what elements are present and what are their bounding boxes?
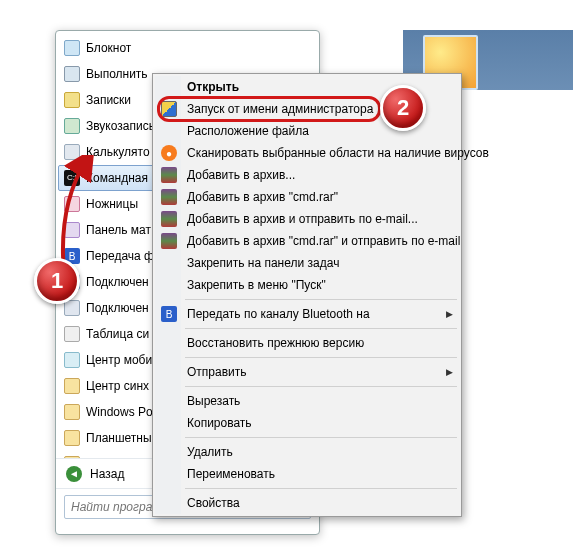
program-label: Таблица си: [86, 327, 149, 341]
back-label: Назад: [90, 467, 124, 481]
ctx-label: Закрепить в меню "Пуск": [187, 278, 326, 292]
ctx-label: Отправить: [187, 365, 247, 379]
ctx-delete[interactable]: Удалить: [155, 441, 459, 463]
ctx-label: Копировать: [187, 416, 252, 430]
ctx-archive-cmd-email-icon: [161, 233, 177, 249]
ctx-label: Свойства: [187, 496, 240, 510]
prog-run-icon: [64, 66, 80, 82]
ctx-run-as-admin-icon: [161, 101, 177, 117]
annotation-marker-2: 2: [380, 85, 426, 131]
program-label: Подключен: [86, 275, 149, 289]
ctx-archive-email-icon: [161, 211, 177, 227]
ctx-label: Открыть: [187, 80, 239, 94]
annotation-marker-1: 1: [34, 258, 80, 304]
prog-projector-icon: [64, 300, 80, 316]
ctx-label: Добавить в архив "cmd.rar": [187, 190, 338, 204]
ctx-separator: [185, 357, 457, 358]
ctx-properties[interactable]: Свойства: [155, 492, 459, 514]
ctx-label: Переименовать: [187, 467, 275, 481]
ctx-label: Закрепить на панели задач: [187, 256, 339, 270]
ctx-separator: [185, 328, 457, 329]
ctx-archive-email[interactable]: Добавить в архив и отправить по e-mail..…: [155, 208, 459, 230]
prog-snipping-tool-icon: [64, 196, 80, 212]
ctx-send-bluetooth[interactable]: BПередать по каналу Bluetooth на▶: [155, 303, 459, 325]
ctx-rename[interactable]: Переименовать: [155, 463, 459, 485]
ctx-pin-taskbar[interactable]: Закрепить на панели задач: [155, 252, 459, 274]
ctx-cut[interactable]: Вырезать: [155, 390, 459, 412]
submenu-arrow-icon: ▶: [446, 309, 453, 319]
ctx-scan-virus[interactable]: ●Сканировать выбранные области на наличи…: [155, 142, 459, 164]
prog-mobility-center-icon: [64, 352, 80, 368]
ctx-add-to-cmd-rar-icon: [161, 189, 177, 205]
ctx-label: Добавить в архив и отправить по e-mail..…: [187, 212, 418, 226]
program-label: Центр синх: [86, 379, 149, 393]
prog-notepad[interactable]: Блокнот: [58, 35, 317, 61]
ctx-copy[interactable]: Копировать: [155, 412, 459, 434]
program-label: Центр моби: [86, 353, 152, 367]
program-label: Калькулято: [86, 145, 150, 159]
prog-math-panel-icon: [64, 222, 80, 238]
ctx-separator: [185, 488, 457, 489]
ctx-separator: [185, 299, 457, 300]
ctx-label: Расположение файла: [187, 124, 309, 138]
prog-sticky-notes-icon: [64, 92, 80, 108]
ctx-label: Добавить в архив "cmd.rar" и отправить п…: [187, 234, 460, 248]
ctx-restore-previous[interactable]: Восстановить прежнюю версию: [155, 332, 459, 354]
ctx-send-to[interactable]: Отправить▶: [155, 361, 459, 383]
back-arrow-icon: ◄: [66, 466, 82, 482]
ctx-pin-start[interactable]: Закрепить в меню "Пуск": [155, 274, 459, 296]
prog-sync-center-icon: [64, 378, 80, 394]
ctx-label: Вырезать: [187, 394, 240, 408]
program-label: Ножницы: [86, 197, 138, 211]
program-label: Звукозапись: [86, 119, 155, 133]
ctx-add-to-archive-icon: [161, 167, 177, 183]
ctx-scan-virus-icon: ●: [161, 145, 177, 161]
ctx-separator: [185, 386, 457, 387]
prog-calculator-icon: [64, 144, 80, 160]
ctx-label: Восстановить прежнюю версию: [187, 336, 364, 350]
ctx-add-to-archive[interactable]: Добавить в архив...: [155, 164, 459, 186]
program-label: Записки: [86, 93, 131, 107]
prog-sound-recorder-icon: [64, 118, 80, 134]
prog-tablet-folder-icon: [64, 430, 80, 446]
program-label: Планшетны: [86, 431, 152, 445]
ctx-label: Добавить в архив...: [187, 168, 295, 182]
ctx-separator: [185, 437, 457, 438]
ctx-add-to-cmd-rar[interactable]: Добавить в архив "cmd.rar": [155, 186, 459, 208]
ctx-label: Сканировать выбранные области на наличие…: [187, 146, 489, 160]
ctx-label: Передать по каналу Bluetooth на: [187, 307, 370, 321]
program-label: Командная: [86, 171, 148, 185]
program-label: Передача ф: [86, 249, 154, 263]
program-label: Windows Po: [86, 405, 153, 419]
prog-powershell-folder-icon: [64, 404, 80, 420]
prog-charmap-icon: [64, 326, 80, 342]
ctx-archive-cmd-email[interactable]: Добавить в архив "cmd.rar" и отправить п…: [155, 230, 459, 252]
context-menu: ОткрытьЗапуск от имени администратораРас…: [152, 73, 462, 517]
ctx-label: Удалить: [187, 445, 233, 459]
ctx-send-bluetooth-icon: B: [161, 306, 177, 322]
prog-command-prompt-icon: C:\: [64, 170, 80, 186]
program-label: Подключен: [86, 301, 149, 315]
submenu-arrow-icon: ▶: [446, 367, 453, 377]
prog-notepad-icon: [64, 40, 80, 56]
program-label: Блокнот: [86, 41, 131, 55]
ctx-label: Запуск от имени администратора: [187, 102, 373, 116]
program-label: Панель мат: [86, 223, 151, 237]
program-label: Выполнить: [86, 67, 148, 81]
